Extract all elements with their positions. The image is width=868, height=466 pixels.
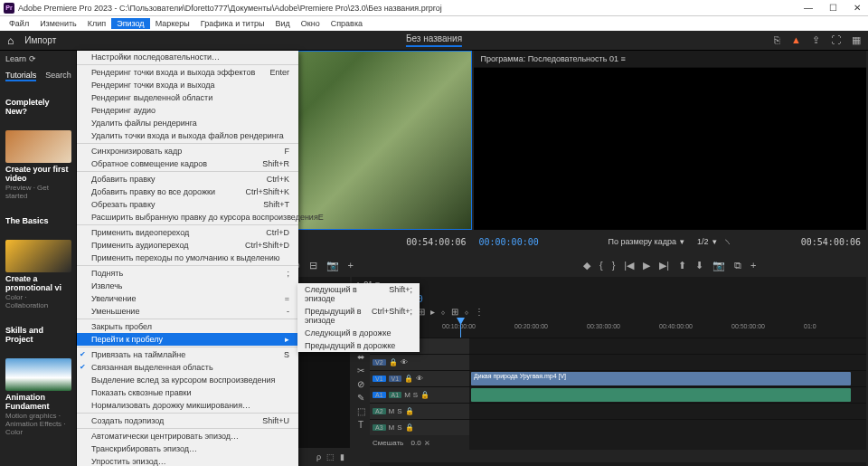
tutorial-title[interactable]: Create your first video xyxy=(5,165,71,183)
timeline-ruler[interactable]: :00:0000:10:00:0000:20:00:0000:30:00:000… xyxy=(370,321,866,338)
menu-item[interactable]: Обрезать правкуShift+T xyxy=(77,198,298,211)
menu-item[interactable]: Добавить правкуCtrl+K xyxy=(77,173,298,185)
play-icon[interactable]: ▶ xyxy=(643,260,650,271)
mark-out-icon[interactable]: } xyxy=(612,260,616,271)
timeline-tracks[interactable]: :00:0000:10:00:0000:20:00:0000:30:00:000… xyxy=(370,321,866,466)
trash-icon[interactable]: ▮ xyxy=(340,452,344,461)
tutorial-thumb[interactable] xyxy=(5,358,71,391)
tutorial-thumb[interactable] xyxy=(5,130,71,163)
menu-view[interactable]: Вид xyxy=(270,18,296,29)
menu-item[interactable]: Применить переходы по умолчанию к выделе… xyxy=(77,252,298,264)
timeline-setting-icon[interactable]: ▸ xyxy=(430,307,435,321)
submenu-item[interactable]: Следующий в дорожке xyxy=(297,327,420,339)
new-item-icon[interactable]: ⬚ xyxy=(326,452,335,461)
tool-icon[interactable]: ⬚ xyxy=(357,406,365,416)
menu-item[interactable]: Удалить точки входа и выхода файлов ренд… xyxy=(77,129,298,142)
menu-item[interactable]: Обратное совмещение кадровShift+R xyxy=(77,157,298,170)
menu-file[interactable]: Файл xyxy=(4,18,34,29)
new-bin-icon[interactable]: ρ xyxy=(316,452,321,461)
lift-icon[interactable]: ⬆ xyxy=(678,260,686,271)
warning-icon[interactable]: ▲ xyxy=(791,34,801,46)
maximize-button[interactable]: ☐ xyxy=(826,3,841,13)
menu-graphics[interactable]: Графика и титры xyxy=(195,18,270,29)
menu-item[interactable]: Настройки последовательности… xyxy=(77,51,298,63)
audio-clip[interactable] xyxy=(471,388,851,402)
tab-search[interactable]: Search xyxy=(45,71,71,81)
menu-item[interactable]: Упростить эпизод… xyxy=(77,455,298,466)
quick-export-icon[interactable]: ⎘ xyxy=(774,34,780,46)
step-fwd-icon[interactable]: ▶| xyxy=(659,260,669,271)
goto-gap-submenu[interactable]: Следующий в эпизодеShift+;Предыдущий в э… xyxy=(297,283,420,352)
workspaces-icon[interactable]: ▦ xyxy=(852,34,861,46)
menu-item[interactable]: Синхронизировать кадрF xyxy=(77,145,298,157)
menu-markers[interactable]: Маркеры xyxy=(150,18,195,29)
menu-item[interactable]: Показать сквозные правки xyxy=(77,386,298,399)
menu-help[interactable]: Справка xyxy=(326,18,368,29)
menu-edit[interactable]: Изменить xyxy=(34,18,82,29)
tab-tutorials[interactable]: Tutorials xyxy=(5,71,36,81)
overwrite-icon[interactable]: ⊟ xyxy=(309,260,317,271)
timeline-timecode[interactable]: 00:00:00:00 xyxy=(352,291,866,307)
menu-item[interactable]: Применить видеопереходCtrl+D xyxy=(77,226,298,239)
export-frame-icon[interactable]: 📷 xyxy=(712,260,725,271)
submenu-item[interactable]: Предыдущий в дорожке xyxy=(297,339,420,352)
program-timecode-left[interactable]: 00:00:00:00 xyxy=(479,237,539,247)
tool-icon[interactable]: ⊘ xyxy=(357,379,364,389)
compare-icon[interactable]: ⧉ xyxy=(734,260,741,271)
menu-sequence[interactable]: Эпизод xyxy=(111,18,149,29)
timeline-setting-icon[interactable]: ⬨ xyxy=(464,307,469,321)
menu-item[interactable]: Закрыть пробел xyxy=(77,320,298,333)
menu-item[interactable]: Рендеринг точки входа и выхода xyxy=(77,79,298,91)
sequence-menu-dropdown[interactable]: Настройки последовательности…Рендеринг т… xyxy=(77,51,298,466)
mark-in-icon[interactable]: { xyxy=(599,260,603,271)
menu-item[interactable]: Добавить правку во все дорожкиCtrl+Shift… xyxy=(77,185,298,198)
minimize-button[interactable]: — xyxy=(800,3,816,13)
program-fit[interactable]: По размеру кадра xyxy=(608,237,676,246)
tutorial-title[interactable]: Animation Fundament xyxy=(5,393,71,411)
close-button[interactable]: ✕ xyxy=(850,3,864,13)
menu-bar[interactable]: Файл Изменить Клип Эпизод Маркеры График… xyxy=(0,16,868,31)
fullscreen-icon[interactable]: ⛶ xyxy=(831,34,841,46)
import-tab[interactable]: Импорт xyxy=(24,35,56,45)
home-icon[interactable]: ⌂ xyxy=(7,34,14,47)
submenu-item[interactable]: Предыдущий в эпизодеCtrl+Shift+; xyxy=(297,305,420,327)
step-back-icon[interactable]: |◀ xyxy=(624,260,634,271)
submenu-item[interactable]: Следующий в эпизодеShift+; xyxy=(297,283,420,305)
menu-item[interactable]: Выделение вслед за курсором воспроизведе… xyxy=(77,374,298,386)
video-clip[interactable]: Дикая природа Уругвая.mp4 [V] xyxy=(471,372,851,385)
share-icon[interactable]: ⇪ xyxy=(812,34,820,46)
menu-item[interactable]: ✔Привязать на таймлайнеS xyxy=(77,348,298,361)
tool-icon[interactable]: ⬌ xyxy=(357,352,364,362)
program-monitor[interactable] xyxy=(474,68,867,230)
menu-item[interactable]: Извлечь xyxy=(77,280,298,292)
export-frame-icon[interactable]: 📷 xyxy=(326,260,339,271)
menu-window[interactable]: Окно xyxy=(296,18,326,29)
timeline-settings-row[interactable]: ⬨⟲⊟ᛞ⬚⊞▸⬨⊞⬨⋮ xyxy=(352,307,866,321)
tool-icon[interactable]: ✂ xyxy=(357,366,364,376)
menu-item[interactable]: Перейти к пробелу▸ xyxy=(77,333,298,346)
menu-item[interactable]: Рендеринг аудио xyxy=(77,104,298,117)
menu-item[interactable]: Рендеринг выделенной области xyxy=(77,91,298,104)
menu-item[interactable]: Нормализовать дорожку микширования… xyxy=(77,399,298,412)
menu-item[interactable]: Рендеринг точки входа и выхода эффектовE… xyxy=(77,66,298,79)
tool-icon[interactable]: T xyxy=(358,420,363,430)
menu-item[interactable]: Удалить файлы рендеринга xyxy=(77,117,298,129)
tool-icon[interactable]: ✎ xyxy=(357,393,364,403)
tutorial-title[interactable]: Create a promotional vi xyxy=(5,274,71,292)
menu-item[interactable]: Поднять; xyxy=(77,267,298,280)
program-transport-buttons[interactable]: ◆ { } |◀ ▶ ▶| ⬆ ⬇ 📷 ⧉ + xyxy=(474,253,867,277)
marker-icon[interactable]: ◆ xyxy=(583,260,590,271)
menu-item[interactable]: Уменьшение- xyxy=(77,305,298,318)
playhead[interactable] xyxy=(460,321,461,338)
timeline-setting-icon[interactable]: ⋮ xyxy=(475,307,484,321)
more-icon[interactable]: + xyxy=(750,260,756,271)
menu-item[interactable]: Расширить выбранную правку до курсора во… xyxy=(77,211,298,223)
menu-item[interactable]: Автоматически центрировать эпизод… xyxy=(77,430,298,442)
menu-item[interactable]: Увеличение= xyxy=(77,292,298,305)
timeline-setting-icon[interactable]: ⬨ xyxy=(440,307,446,321)
menu-item[interactable]: ✔Связанная выделенная область xyxy=(77,361,298,374)
menu-item[interactable]: Создать подэпизодShift+U xyxy=(77,414,298,427)
more-icon[interactable]: + xyxy=(348,260,354,271)
menu-item[interactable]: Применить аудиопереходCtrl+Shift+D xyxy=(77,239,298,252)
menu-item[interactable]: Транскрибировать эпизод… xyxy=(77,442,298,455)
